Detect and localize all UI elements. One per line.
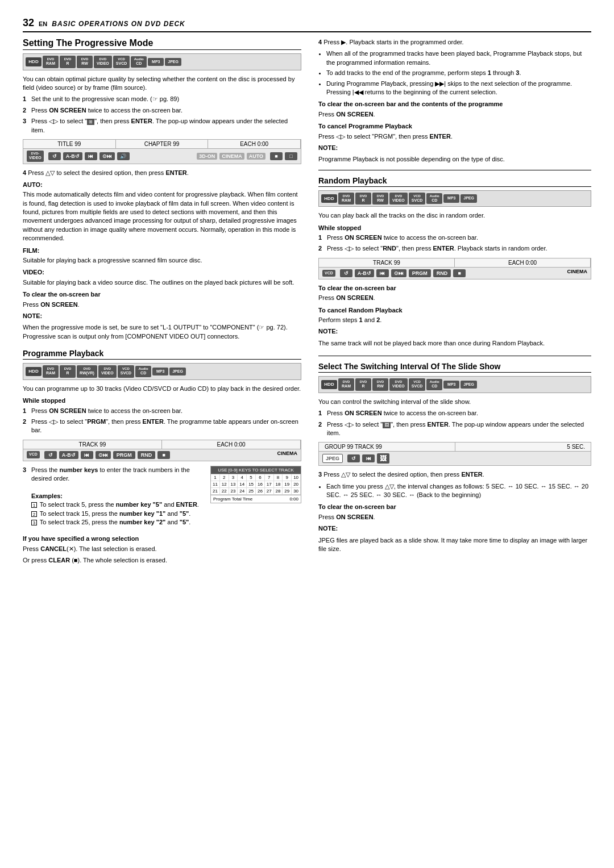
dvd-ram-icon4: DVDRAM [338, 378, 354, 391]
vcd-badge: VCD [27, 451, 40, 458]
random-onscreen-bar: TRACK 99 EACH 0:00 VCD ↺ A-B↺ ⏮ ⊙⏭ PRGM … [318, 258, 591, 279]
dvd-r-icon4: DVDR [355, 378, 371, 391]
while-stopped-random: While stopped [318, 224, 591, 232]
hdd-icon4: HDD [321, 380, 337, 389]
mp3-icon3: MP3 [443, 194, 459, 202]
ctrl-prev2: ⏮ [81, 451, 93, 459]
hdd-icon3: HDD [321, 194, 337, 203]
programme-onscreen-bar: TRACK 99 EACH 0:00 VCD ↺ A-B↺ ⏮ ⊙⏭ PRGM … [23, 440, 301, 461]
vcd-svcd-icon4: VCDSVCD [409, 378, 425, 391]
ctrl-prgm: PRGM [113, 451, 135, 459]
prog-total-time: 0:00 [289, 496, 298, 502]
step-item: 2Press ON SCREEN twice to access the on-… [23, 106, 301, 115]
right-column: 4 Press ▶. Playback starts in the progra… [318, 38, 591, 573]
dvd-ram-icon3: DVDRAM [338, 193, 354, 205]
ctrl-ab2: A-B↺ [59, 451, 78, 459]
step-item: 1Press ON SCREEN twice to access the on-… [318, 409, 591, 418]
ctrl-prev3: ⏮ [376, 269, 389, 277]
mp3-icon: MP3 [148, 58, 164, 66]
note-text2: Programme Playback is not possible depen… [318, 155, 591, 164]
cancel-random-text: Perform steps 1 and 2. [318, 316, 591, 324]
auto-heading: AUTO: [23, 181, 301, 189]
dvd-video-icon4: DVDVIDEO [389, 378, 408, 391]
bullet-item: When all of the programmed tracks have b… [326, 49, 591, 67]
dvd-video-icon3: DVDVIDEO [389, 193, 408, 205]
prog-bar-controls: VCD ↺ A-B↺ ⏮ ⊙⏭ PRGM RND ■ CINEMA [23, 449, 301, 461]
jpeg-icon: JPEG [165, 58, 181, 66]
page-number: 32 [23, 17, 34, 29]
bar-chapter: CHAPTER 99 [116, 140, 209, 148]
en-label: EN [39, 20, 47, 27]
section-random-playback: Random Playback HDD DVDRAM DVDR DVDRW DV… [318, 176, 591, 348]
step-item: 2Press ◁▷ to select "RND", then press EN… [318, 244, 591, 253]
progressive-note: NOTE: When the progressive mode is set, … [23, 312, 301, 341]
wrong-selection-text2: Or press CLEAR (■). The whole selection … [23, 556, 301, 565]
slide-bar-sec: 5 SEC. [455, 443, 591, 451]
bar-controls-row: DVD-VIDEO ↺ A-B↺ ⏮ ⊙⏭ 🔊 3D-ON CINEMA AUT… [23, 149, 301, 164]
random-note: NOTE: The same track will not be played … [318, 327, 591, 348]
section-programme-playback: Programme Playback HDD DVDRAM DVDR DVDRW… [23, 349, 301, 565]
step-item: 1Press ON SCREEN twice to access the on-… [23, 407, 301, 415]
slide-show-title: Select The Switching Interval Of The Sli… [318, 362, 591, 373]
bullet-item: During Programme Playback, pressing ▶▶| … [326, 80, 591, 97]
progressive-mode-icon-bar: HDD DVDRAM DVDR DVDRW DVDVIDEO VCDSVCD A… [23, 53, 301, 70]
auto-text: This mode automatically detects film and… [23, 190, 301, 243]
progressive-mode-intro: You can obtain optimal picture quality b… [23, 75, 301, 93]
ctrl-repeat: ↺ [48, 152, 61, 160]
ctrl-rnd: RND [138, 451, 156, 459]
section-title: BASIC OPERATIONS ON DVD DECK [52, 20, 185, 28]
slide-bar-header: GROUP 99 TRACK 99 5 SEC. [319, 443, 591, 452]
section-slide-show: Select The Switching Interval Of The Sli… [318, 362, 591, 553]
divider [318, 170, 591, 170]
right-bullets: When all of the programmed tracks have b… [318, 49, 591, 97]
bar-each: EACH 0:00 [208, 140, 301, 148]
ctrl-next2: ⊙⏭ [96, 451, 111, 459]
programme-note: NOTE: Programme Playback is not possible… [318, 144, 591, 164]
bullet-item: Each time you press △▽, the interval cha… [326, 482, 591, 500]
step-item: 1Press ON SCREEN twice to access the on-… [318, 233, 591, 242]
divider2 [318, 356, 591, 356]
clear-bar-slide-title: To clear the on-screen bar [318, 503, 591, 511]
ctrl-stop3: ■ [453, 269, 466, 277]
random-bar-each: EACH 0:00 [455, 258, 591, 267]
dvd-rw-vr-icon: DVDRW(VR) [77, 365, 97, 378]
label-cinema: CINEMA [219, 153, 244, 160]
ctrl-prev4: ⏮ [362, 454, 375, 462]
programme-intro: You can programme up to 30 tracks (Video… [23, 385, 301, 393]
film-text: Suitable for playing back a progressive … [23, 256, 301, 265]
clear-programme-title: To clear the on-screen bar and the conte… [318, 100, 591, 108]
clear-bar-text: Press ON SCREEN. [23, 301, 301, 309]
hdd-icon: HDD [26, 57, 42, 66]
mp3-icon4: MP3 [443, 381, 459, 389]
dvd-rw-icon3: DVDRW [372, 193, 388, 205]
ctrl-prgm2: PRGM [409, 269, 431, 277]
jpeg-icon2: JPEG [169, 368, 186, 375]
right-step4: 4 Press ▶. Playback starts in the progra… [318, 38, 591, 47]
jpeg-icon4: JPEG [460, 381, 477, 389]
dvd-rw-icon: DVDRW [77, 56, 93, 68]
ctrl-ab: A-B↺ [63, 152, 82, 160]
ctrl-box2: □ [285, 152, 297, 160]
ctrl-stop: ■ [270, 152, 283, 160]
clear-bar-random-title: To clear the on-screen bar [318, 284, 591, 293]
slide-note: NOTE: JPEG files are played back as a sl… [318, 524, 591, 553]
progressive-onscreen-bar: TITLE 99 CHAPTER 99 EACH 0:00 DVD-VIDEO … [23, 139, 301, 164]
note-text3: The same track will not be played back m… [318, 339, 591, 348]
slide-step3: 3 Press △▽ to select the desired option,… [318, 470, 591, 479]
dvd-video-icon: DVDVIDEO [94, 56, 112, 68]
vcd-svcd-icon2: VCDSVCD [118, 365, 134, 378]
wrong-selection-title: If you have specified a wrong selection [23, 535, 301, 543]
note-text4: JPEG files are played back as a slide sh… [318, 536, 591, 554]
step3-item: 3Press the number keys to enter the trac… [23, 466, 206, 527]
cinema-label-prog: CINEMA [277, 450, 298, 456]
dvd-r-icon3: DVDR [355, 193, 371, 205]
cancel-programme-text: Press ◁▷ to select "PRGM", then press EN… [318, 132, 591, 141]
slide-bar-group-track: GROUP 99 TRACK 99 [319, 443, 455, 451]
step-item: 2Press ◁▷ to select "🖼", then press ENTE… [318, 420, 591, 438]
ctrl-repeat2: ↺ [44, 451, 57, 459]
number-grid: USE [0-9] KEYS TO SELECT TRACK 123456789… [210, 466, 301, 503]
note-label: NOTE: [23, 312, 301, 320]
step3-section: USE [0-9] KEYS TO SELECT TRACK 123456789… [23, 466, 301, 532]
dvd-video-icon2: DVDVIDEO [98, 365, 117, 378]
cinema-label-random: CINEMA [567, 269, 588, 274]
